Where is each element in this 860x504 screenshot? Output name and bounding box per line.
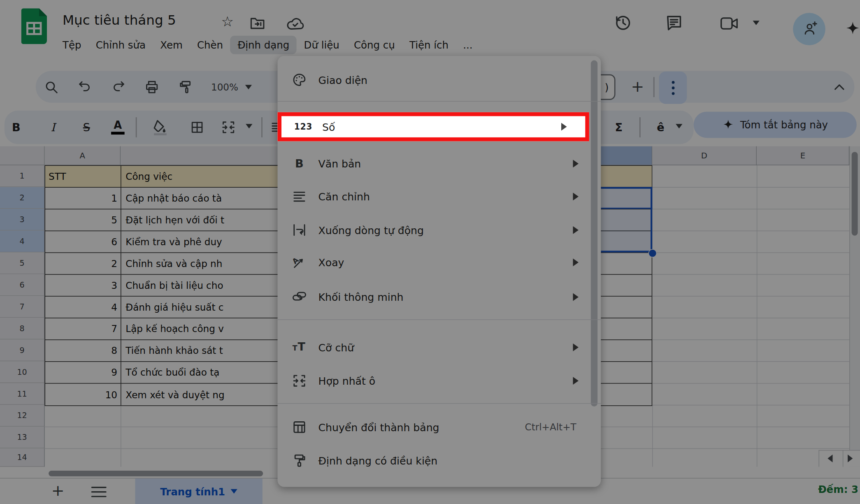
menu-item-label: Số: [322, 121, 335, 132]
dim-overlay: [0, 0, 860, 504]
number-123-icon: 123: [295, 118, 312, 135]
format-menu-item-number[interactable]: 123Số: [277, 112, 589, 142]
google-sheets-window: Mục tiêu tháng 5 ☆ TệpChỉnh sửaXemChènĐị…: [0, 0, 860, 504]
submenu-arrow-icon: [561, 123, 567, 131]
